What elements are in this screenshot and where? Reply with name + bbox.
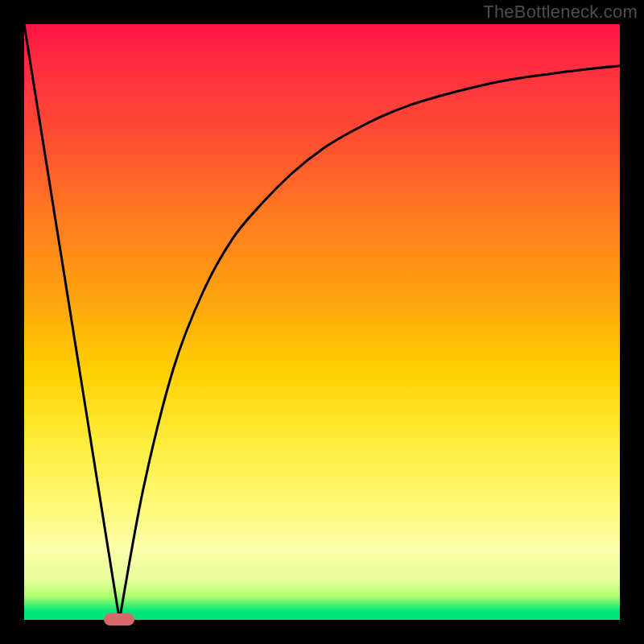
- right-branch-line: [119, 66, 620, 620]
- plot-area: [24, 24, 620, 620]
- watermark-text: TheBottleneck.com: [483, 2, 638, 23]
- curve-layer: [24, 24, 620, 620]
- left-branch-line: [24, 24, 119, 620]
- bottleneck-marker: [104, 613, 134, 625]
- chart-frame: TheBottleneck.com: [0, 0, 644, 644]
